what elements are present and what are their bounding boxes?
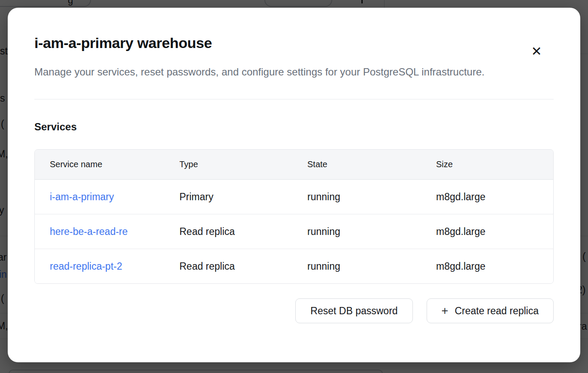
column-header-service-name: Service name [35, 159, 164, 169]
service-size: m8gd.large [421, 226, 553, 238]
service-state: running [292, 226, 421, 238]
table-row: read-replica-pt-2 Read replica running m… [35, 249, 553, 283]
dialog-footer: Reset DB password + Create read replica [34, 298, 554, 323]
service-state: running [292, 261, 421, 272]
service-size: m8gd.large [421, 191, 553, 203]
warehouse-dialog: ✕ i-am-a-primary warehouse Manage your s… [8, 8, 580, 362]
create-read-replica-label: Create read replica [455, 305, 539, 317]
divider [34, 99, 554, 99]
service-state: running [292, 191, 421, 203]
service-type: Read replica [164, 226, 292, 238]
create-read-replica-button[interactable]: + Create read replica [427, 298, 554, 323]
close-icon[interactable]: ✕ [529, 44, 544, 59]
table-row: here-be-a-read-re Read replica running m… [35, 214, 553, 249]
services-table: Service name Type State Size i-am-a-prim… [34, 149, 554, 284]
table-header-row: Service name Type State Size [35, 150, 553, 180]
column-header-state: State [292, 159, 421, 169]
service-link[interactable]: here-be-a-read-re [50, 226, 155, 238]
column-header-type: Type [164, 159, 292, 169]
service-size: m8gd.large [421, 261, 553, 272]
service-link[interactable]: read-replica-pt-2 [50, 261, 155, 272]
reset-db-password-button[interactable]: Reset DB password [295, 298, 412, 323]
services-heading: Services [34, 121, 554, 133]
reset-db-password-label: Reset DB password [310, 305, 397, 317]
plus-icon: + [442, 304, 449, 318]
service-type: Read replica [164, 261, 292, 272]
dialog-title: i-am-a-primary warehouse [34, 35, 554, 51]
service-link[interactable]: i-am-a-primary [50, 191, 155, 203]
table-row: i-am-a-primary Primary running m8gd.larg… [35, 180, 553, 214]
dialog-description: Manage your services, reset passwords, a… [34, 63, 519, 81]
service-type: Primary [164, 191, 292, 203]
column-header-size: Size [421, 159, 553, 169]
